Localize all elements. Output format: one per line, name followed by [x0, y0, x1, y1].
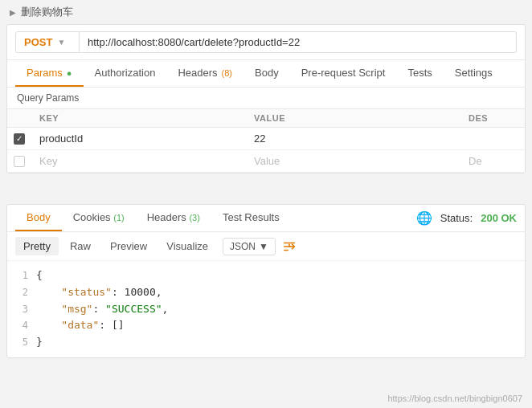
format-bar: Pretty Raw Preview Visualize JSON ▼ — [7, 232, 525, 261]
status-value: 200 OK — [481, 212, 517, 224]
tab-response-headers[interactable]: Headers (3) — [136, 205, 211, 231]
format-pretty-button[interactable]: Pretty — [15, 237, 59, 255]
tab-test-results[interactable]: Test Results — [211, 205, 291, 231]
query-params-label: Query Params — [7, 88, 525, 108]
method-label: POST — [24, 36, 52, 48]
table-row: productId 22 — [7, 128, 525, 150]
code-line-3: 3 "msg": "SUCCESS", — [7, 301, 525, 318]
code-line-2: 2 "status": 10000, — [7, 284, 525, 301]
spacer — [0, 180, 532, 204]
url-input[interactable] — [80, 31, 517, 53]
top-bar: ▶ 删除购物车 — [0, 0, 532, 24]
collapse-arrow[interactable]: ▶ — [10, 8, 16, 17]
url-bar: POST ▼ — [7, 25, 525, 60]
format-raw-button[interactable]: Raw — [62, 237, 99, 255]
checkbox-empty-icon — [14, 156, 25, 167]
table-row: Key Value De — [7, 150, 525, 173]
cookies-badge: (1) — [113, 213, 124, 222]
status-label: Status: — [440, 212, 473, 224]
row1-key[interactable]: productId — [31, 128, 246, 149]
resp-headers-badge: (3) — [189, 213, 199, 222]
row1-value[interactable]: 22 — [246, 128, 460, 149]
tab-settings[interactable]: Settings — [444, 60, 504, 87]
tab-tests[interactable]: Tests — [396, 60, 443, 87]
row2-value[interactable]: Value — [246, 150, 460, 172]
method-chevron-icon: ▼ — [57, 38, 65, 47]
col-check — [7, 109, 31, 127]
response-code: 1 { 2 "status": 10000, 3 "msg": "SUCCESS… — [7, 261, 525, 357]
request-panel: POST ▼ Params ● Authorization Headers (8… — [6, 24, 526, 173]
row2-key[interactable]: Key — [31, 150, 246, 172]
col-value: VALUE — [246, 109, 460, 127]
response-tabs-row: Body Cookies (1) Headers (3) Test Result… — [7, 205, 525, 232]
col-key: KEY — [31, 109, 246, 127]
globe-icon: 🌐 — [416, 210, 432, 226]
params-table: KEY VALUE DES productId 22 Key Value — [7, 108, 525, 173]
request-title: 删除购物车 — [21, 5, 73, 19]
tab-params[interactable]: Params ● — [15, 60, 84, 87]
table-header: KEY VALUE DES — [7, 108, 525, 128]
watermark: https://blog.csdn.net/bingbign0607 — [387, 394, 522, 403]
row1-desc[interactable] — [460, 134, 525, 144]
wrap-icon[interactable] — [282, 239, 297, 254]
tab-response-cookies[interactable]: Cookies (1) — [62, 205, 136, 231]
code-line-5: 5 } — [7, 334, 525, 351]
row1-checkbox[interactable] — [7, 129, 31, 149]
code-line-1: 1 { — [7, 267, 525, 284]
status-area: 🌐 Status: 200 OK — [416, 210, 517, 226]
json-type-label: JSON — [230, 241, 256, 252]
format-visualize-button[interactable]: Visualize — [158, 237, 216, 255]
request-tabs: Params ● Authorization Headers (8) Body … — [7, 60, 525, 88]
response-panel: Body Cookies (1) Headers (3) Test Result… — [6, 204, 526, 358]
tab-authorization[interactable]: Authorization — [84, 60, 167, 87]
code-line-4: 4 "data": [] — [7, 317, 525, 334]
method-selector[interactable]: POST ▼ — [15, 31, 80, 53]
row2-desc[interactable]: De — [460, 150, 525, 172]
tab-response-body[interactable]: Body — [15, 205, 62, 231]
format-preview-button[interactable]: Preview — [102, 237, 155, 255]
json-type-selector[interactable]: JSON ▼ — [223, 238, 276, 255]
response-tabs: Body Cookies (1) Headers (3) Test Result… — [15, 205, 291, 231]
tab-pre-request[interactable]: Pre-request Script — [290, 60, 397, 87]
json-chevron-icon: ▼ — [259, 241, 268, 252]
col-desc: DES — [460, 109, 525, 127]
checkbox-checked-icon — [14, 133, 25, 145]
row2-checkbox[interactable] — [7, 151, 31, 172]
tab-body[interactable]: Body — [243, 60, 290, 87]
tab-headers[interactable]: Headers (8) — [166, 60, 243, 87]
